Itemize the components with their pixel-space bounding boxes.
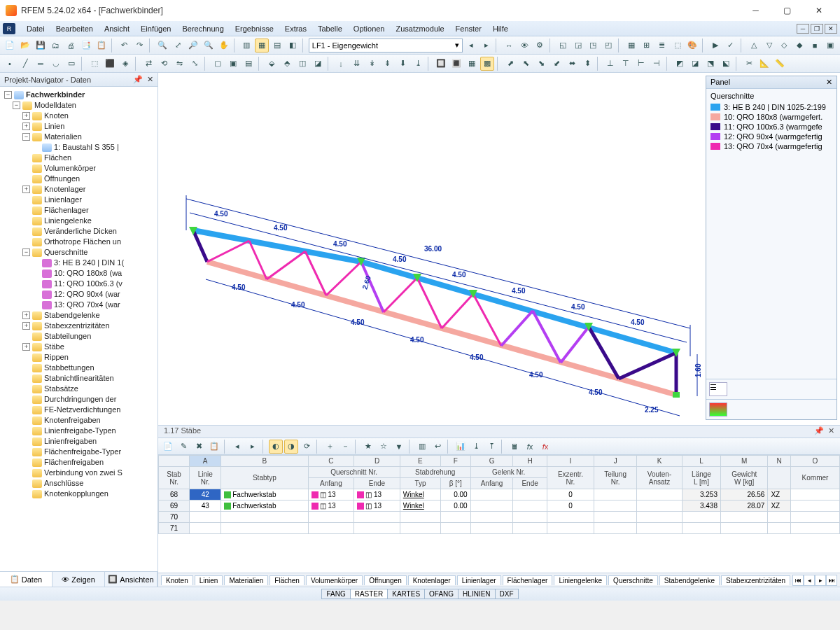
- layers-icon[interactable]: ≣: [655, 38, 669, 52]
- tree-node[interactable]: Stabbettungen: [3, 363, 158, 373]
- clip3-icon[interactable]: 📏: [773, 57, 787, 71]
- res2-icon[interactable]: ⬉: [519, 57, 533, 71]
- tt-edit-icon[interactable]: ✎: [176, 440, 190, 454]
- tab-nav-button[interactable]: ⏭: [826, 575, 837, 586]
- line-icon[interactable]: ╱: [18, 57, 32, 71]
- menu-berechnung[interactable]: Berechnung: [176, 23, 229, 34]
- sup5-icon[interactable]: ■: [808, 38, 822, 52]
- sup2-icon[interactable]: ▽: [762, 38, 776, 52]
- tree-node[interactable]: Linienfreigabe-Typen: [3, 426, 158, 436]
- table-tab[interactable]: Linienlager: [457, 575, 501, 585]
- table-row[interactable]: 6842Fachwerkstab◫ 13◫ 13Winkel0.0003.253…: [159, 489, 840, 500]
- filter-icon[interactable]: ⚙: [533, 38, 547, 52]
- calc-icon[interactable]: ▶: [708, 38, 722, 52]
- tt-excel-icon[interactable]: 📊: [454, 440, 468, 454]
- table-row[interactable]: 71: [159, 523, 840, 534]
- tree-node[interactable]: Rippen: [3, 352, 158, 363]
- tree-node[interactable]: +Stabendgelenke: [3, 310, 158, 321]
- scale-icon[interactable]: ⤡: [188, 57, 202, 71]
- tt-mark2-icon[interactable]: ☆: [377, 440, 391, 454]
- status-toggle[interactable]: HLINIEN: [458, 589, 495, 599]
- navigator-tree[interactable]: −Fachwerkbinder−Modelldaten+Knoten+Linie…: [0, 87, 158, 571]
- menu-bearbeiten[interactable]: Bearbeiten: [50, 23, 99, 34]
- sel1-icon[interactable]: ⬚: [88, 57, 102, 71]
- panel-btn-1[interactable]: ☰: [709, 382, 727, 396]
- tool-b-icon[interactable]: ◲: [571, 38, 585, 52]
- status-toggle[interactable]: KARTES: [388, 589, 425, 599]
- tool-d-icon[interactable]: ◰: [601, 38, 615, 52]
- load5-icon[interactable]: ⬇: [396, 57, 410, 71]
- tree-node[interactable]: Knotenkopplungen: [3, 489, 158, 499]
- tree-node[interactable]: +Stäbe: [3, 342, 158, 352]
- mdi-minimize-button[interactable]: ─: [797, 24, 809, 34]
- iso3-icon[interactable]: ⬔: [704, 57, 718, 71]
- tree-node[interactable]: Flächenfreigaben: [3, 457, 158, 468]
- tree-node[interactable]: Liniengelenke: [3, 216, 158, 226]
- menu-einfuegen[interactable]: Einfügen: [135, 23, 176, 34]
- table-tab[interactable]: Stabendgelenke: [659, 575, 720, 585]
- gen2-icon[interactable]: ⬘: [280, 57, 294, 71]
- tt-prev-icon[interactable]: ◂: [230, 440, 244, 454]
- tree-node[interactable]: 1: Baustahl S 355 |: [3, 142, 158, 153]
- table-row[interactable]: 6943Fachwerkstab◫ 13◫ 13Winkel0.0003.438…: [159, 500, 840, 512]
- tt-fx-icon[interactable]: fx: [523, 440, 537, 454]
- tt-mark1-icon[interactable]: ★: [361, 440, 375, 454]
- dim-icon[interactable]: ↔: [502, 38, 516, 52]
- menu-fenster[interactable]: Fenster: [450, 23, 487, 34]
- table-tab[interactable]: Liniengelenke: [554, 575, 607, 585]
- section-icon[interactable]: ⬚: [671, 38, 685, 52]
- sel2-icon[interactable]: ⬛: [103, 57, 117, 71]
- load6-icon[interactable]: ⤓: [411, 57, 425, 71]
- menu-hilfe[interactable]: Hilfe: [487, 23, 514, 34]
- ax1-icon[interactable]: ⊥: [603, 57, 617, 71]
- status-toggle[interactable]: RASTER: [351, 589, 388, 599]
- tree-node[interactable]: Stabteilungen: [3, 331, 158, 342]
- table-tab[interactable]: Öffnungen: [364, 575, 407, 585]
- res3-icon[interactable]: ⬊: [534, 57, 548, 71]
- tt-calc-icon[interactable]: 🖩: [507, 440, 522, 454]
- panel-btn-2[interactable]: [709, 402, 727, 416]
- tree-node[interactable]: 11: QRO 100x6.3 (v: [3, 279, 158, 289]
- tt-del-icon[interactable]: ✖: [192, 440, 206, 454]
- mirror-icon[interactable]: ⇋: [172, 57, 186, 71]
- menu-tabelle[interactable]: Tabelle: [312, 23, 348, 34]
- tt-minus-icon[interactable]: －: [338, 440, 352, 454]
- move-icon[interactable]: ⇄: [141, 57, 155, 71]
- tree-node[interactable]: Linienlager: [3, 195, 158, 205]
- tree-node[interactable]: Flächenlager: [3, 205, 158, 216]
- ax2-icon[interactable]: ⊤: [619, 57, 633, 71]
- sel3-icon[interactable]: ◈: [118, 57, 132, 71]
- view3-icon[interactable]: ▤: [270, 38, 284, 52]
- maximize-button[interactable]: ▢: [771, 1, 803, 20]
- iso2-icon[interactable]: ◪: [688, 57, 702, 71]
- tree-node[interactable]: FE-Netzverdichtungen: [3, 405, 158, 415]
- menu-datei[interactable]: Datei: [21, 23, 50, 34]
- load4-icon[interactable]: ⇟: [380, 57, 394, 71]
- tt-wrap-icon[interactable]: ↩: [430, 440, 444, 454]
- table-tab[interactable]: Volumenkörper: [306, 575, 363, 585]
- tree-node[interactable]: Knotenfreigaben: [3, 415, 158, 426]
- table-close-icon[interactable]: ✕: [828, 426, 834, 435]
- model-viewport[interactable]: 36.00 4.50 4.50 4.50 4.50 4.50 4.50 4.50…: [158, 73, 840, 426]
- menu-zusatzmodule[interactable]: Zusatzmodule: [391, 23, 450, 34]
- tt-new-icon[interactable]: 📄: [161, 440, 175, 454]
- tree-node[interactable]: −Modelldaten: [3, 100, 158, 111]
- tt-import-icon[interactable]: ⤒: [484, 440, 498, 454]
- table-tab[interactable]: Knoten: [161, 575, 193, 585]
- tt-next-icon[interactable]: ▸: [246, 440, 260, 454]
- tree-node[interactable]: Orthotrope Flächen un: [3, 237, 158, 247]
- box2-icon[interactable]: ▣: [226, 57, 240, 71]
- menu-ansicht[interactable]: Ansicht: [99, 23, 135, 34]
- table-tab[interactable]: Flächen: [270, 575, 304, 585]
- tt-cols-icon[interactable]: ▥: [415, 440, 429, 454]
- mdi-restore-button[interactable]: ❐: [811, 24, 823, 34]
- undo-icon[interactable]: ↶: [118, 38, 132, 52]
- vw3-icon[interactable]: ▦: [465, 57, 479, 71]
- sup3-icon[interactable]: ◇: [778, 38, 792, 52]
- zoom-window-icon[interactable]: 🔍: [155, 38, 169, 52]
- menu-extras[interactable]: Extras: [279, 23, 312, 34]
- tool-c-icon[interactable]: ◳: [587, 38, 601, 52]
- tree-node[interactable]: Stabnichtlinearitäten: [3, 373, 158, 384]
- tree-node[interactable]: Flächen: [3, 153, 158, 163]
- navigator-close-icon[interactable]: ✕: [147, 75, 153, 83]
